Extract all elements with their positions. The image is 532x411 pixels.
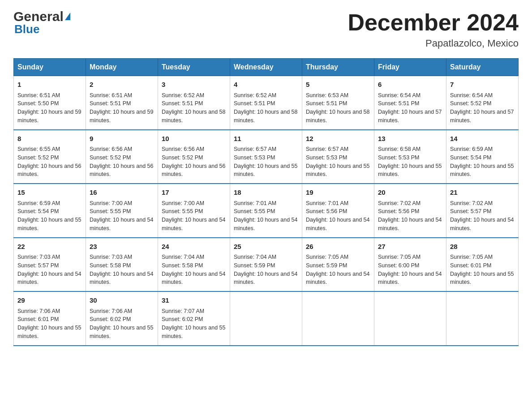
daylight-text: Daylight: 10 hours and 54 minutes. [90,271,153,286]
daylight-text: Daylight: 10 hours and 54 minutes. [90,217,153,231]
sunset-text: Sunset: 5:53 PM [234,154,275,161]
sunrise-text: Sunrise: 6:59 AM [17,200,60,206]
week-row-1: 1 Sunrise: 6:51 AM Sunset: 5:50 PM Dayli… [14,76,519,130]
day-number: 5 [306,80,370,90]
daylight-text: Daylight: 10 hours and 54 minutes. [378,271,442,286]
daylight-text: Daylight: 10 hours and 55 minutes. [162,325,225,339]
sunrise-text: Sunrise: 6:59 AM [450,146,493,152]
calendar-cell: 22 Sunrise: 7:03 AM Sunset: 5:57 PM Dayl… [14,238,86,292]
calendar-title: December 2024 [348,9,519,36]
calendar-cell: 10 Sunrise: 6:56 AM Sunset: 5:52 PM Dayl… [158,130,230,184]
day-number: 10 [162,134,226,144]
daylight-text: Daylight: 10 hours and 56 minutes. [90,163,153,178]
week-row-5: 29 Sunrise: 7:06 AM Sunset: 6:01 PM Dayl… [14,291,519,346]
day-number: 4 [234,80,298,90]
sunset-text: Sunset: 5:53 PM [306,154,347,161]
daylight-text: Daylight: 10 hours and 54 minutes. [17,271,81,286]
sunset-text: Sunset: 5:52 PM [17,154,59,161]
sunrise-text: Sunrise: 7:01 AM [306,200,348,206]
daylight-text: Daylight: 10 hours and 59 minutes. [17,109,81,124]
calendar-cell [446,291,519,346]
day-number: 9 [90,134,154,144]
sunrise-text: Sunrise: 6:56 AM [90,146,132,152]
sunrise-text: Sunrise: 7:00 AM [90,200,132,206]
sunset-text: Sunset: 5:51 PM [162,100,203,107]
sunrise-text: Sunrise: 6:55 AM [17,146,60,152]
calendar-cell: 8 Sunrise: 6:55 AM Sunset: 5:52 PM Dayli… [14,130,86,184]
day-number: 30 [90,295,154,306]
calendar-cell: 7 Sunrise: 6:54 AM Sunset: 5:52 PM Dayli… [446,76,519,130]
weekday-header-thursday: Thursday [302,59,374,76]
page-header: General Blue December 2024 Papatlazolco,… [13,9,519,49]
calendar-cell: 12 Sunrise: 6:57 AM Sunset: 5:53 PM Dayl… [302,130,374,184]
weekday-header-tuesday: Tuesday [158,59,230,76]
sunset-text: Sunset: 5:51 PM [306,100,347,107]
sunset-text: Sunset: 5:59 PM [234,262,275,269]
calendar-cell: 11 Sunrise: 6:57 AM Sunset: 5:53 PM Dayl… [230,130,302,184]
sunset-text: Sunset: 5:58 PM [90,262,131,269]
day-number: 19 [306,188,370,198]
weekday-header-wednesday: Wednesday [230,59,302,76]
calendar-cell: 2 Sunrise: 6:51 AM Sunset: 5:51 PM Dayli… [86,76,158,130]
day-number: 3 [162,80,226,90]
sunrise-text: Sunrise: 7:03 AM [90,254,132,260]
calendar-cell: 4 Sunrise: 6:52 AM Sunset: 5:51 PM Dayli… [230,76,302,130]
sunset-text: Sunset: 6:01 PM [17,316,59,322]
sunset-text: Sunset: 5:54 PM [17,208,59,214]
daylight-text: Daylight: 10 hours and 55 minutes. [17,325,81,339]
day-number: 22 [17,242,82,252]
sunrise-text: Sunrise: 6:58 AM [378,146,420,152]
logo-general: General [13,9,64,24]
calendar-cell: 5 Sunrise: 6:53 AM Sunset: 5:51 PM Dayli… [302,76,374,130]
sunrise-text: Sunrise: 7:05 AM [450,254,493,260]
sunset-text: Sunset: 5:56 PM [306,208,347,214]
sunrise-text: Sunrise: 7:05 AM [306,254,348,260]
daylight-text: Daylight: 10 hours and 58 minutes. [234,109,297,124]
calendar-cell: 29 Sunrise: 7:06 AM Sunset: 6:01 PM Dayl… [14,291,86,346]
sunset-text: Sunset: 5:55 PM [234,208,275,214]
day-number: 27 [378,242,442,252]
sunset-text: Sunset: 6:02 PM [162,316,203,322]
sunset-text: Sunset: 5:58 PM [162,262,203,269]
calendar-cell: 3 Sunrise: 6:52 AM Sunset: 5:51 PM Dayli… [158,76,230,130]
calendar-cell: 23 Sunrise: 7:03 AM Sunset: 5:58 PM Dayl… [86,238,158,292]
calendar-cell: 30 Sunrise: 7:06 AM Sunset: 6:02 PM Dayl… [86,291,158,346]
day-number: 13 [378,134,442,144]
calendar-cell: 1 Sunrise: 6:51 AM Sunset: 5:50 PM Dayli… [14,76,86,130]
daylight-text: Daylight: 10 hours and 54 minutes. [306,217,369,231]
day-number: 1 [17,80,82,90]
sunrise-text: Sunrise: 7:05 AM [378,254,420,260]
weekday-header-saturday: Saturday [446,59,519,76]
calendar-cell [230,291,302,346]
calendar-cell: 16 Sunrise: 7:00 AM Sunset: 5:55 PM Dayl… [86,184,158,238]
sunset-text: Sunset: 5:53 PM [378,154,419,161]
sunset-text: Sunset: 5:51 PM [90,100,131,107]
calendar-cell: 25 Sunrise: 7:04 AM Sunset: 5:59 PM Dayl… [230,238,302,292]
sunrise-text: Sunrise: 7:01 AM [234,200,276,206]
calendar-cell: 19 Sunrise: 7:01 AM Sunset: 5:56 PM Dayl… [302,184,374,238]
calendar-cell: 27 Sunrise: 7:05 AM Sunset: 6:00 PM Dayl… [374,238,446,292]
sunset-text: Sunset: 5:55 PM [90,208,131,214]
sunset-text: Sunset: 5:59 PM [306,262,347,269]
logo-blue: Blue [14,22,39,36]
sunrise-text: Sunrise: 6:52 AM [162,92,204,98]
calendar-cell [374,291,446,346]
calendar-cell: 17 Sunrise: 7:00 AM Sunset: 5:55 PM Dayl… [158,184,230,238]
sunrise-text: Sunrise: 7:07 AM [162,308,204,314]
daylight-text: Daylight: 10 hours and 55 minutes. [378,163,442,178]
day-number: 15 [17,188,82,198]
sunset-text: Sunset: 5:51 PM [234,100,275,107]
calendar-cell: 20 Sunrise: 7:02 AM Sunset: 5:56 PM Dayl… [374,184,446,238]
logo-triangle-icon [65,13,70,20]
daylight-text: Daylight: 10 hours and 55 minutes. [17,217,81,231]
sunrise-text: Sunrise: 7:04 AM [162,254,204,260]
sunset-text: Sunset: 5:50 PM [17,100,59,107]
calendar-cell: 24 Sunrise: 7:04 AM Sunset: 5:58 PM Dayl… [158,238,230,292]
week-row-4: 22 Sunrise: 7:03 AM Sunset: 5:57 PM Dayl… [14,238,519,292]
daylight-text: Daylight: 10 hours and 57 minutes. [450,109,514,124]
daylight-text: Daylight: 10 hours and 55 minutes. [306,163,369,178]
daylight-text: Daylight: 10 hours and 56 minutes. [162,163,225,178]
day-number: 7 [450,80,515,90]
day-number: 21 [450,188,515,198]
sunrise-text: Sunrise: 7:02 AM [378,200,420,206]
